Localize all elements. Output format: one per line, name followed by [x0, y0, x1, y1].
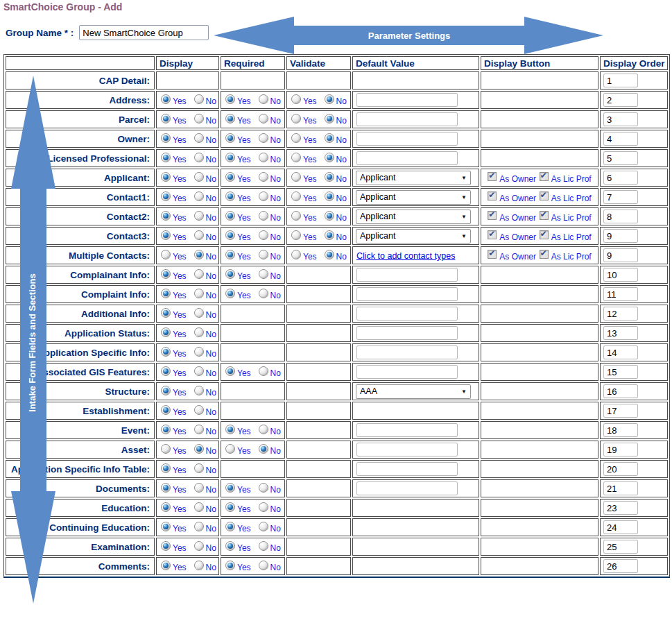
required-no-radio[interactable]	[259, 289, 268, 298]
display-order-input[interactable]	[603, 93, 638, 107]
display-yes-radio[interactable]	[161, 308, 171, 318]
display-yes-radio[interactable]	[161, 502, 171, 512]
display-order-input[interactable]	[603, 345, 638, 359]
display-no-radio[interactable]	[194, 502, 204, 512]
display-yes-radio[interactable]	[161, 425, 171, 434]
default-value-input[interactable]	[356, 132, 458, 146]
display-yes-radio[interactable]	[161, 483, 171, 493]
as-lic-prof-checkbox[interactable]	[540, 191, 549, 200]
default-value-input[interactable]	[356, 345, 458, 359]
validate-yes-radio[interactable]	[291, 153, 301, 162]
display-yes-radio[interactable]	[161, 133, 171, 143]
display-no-radio[interactable]	[194, 425, 204, 434]
display-no-radio[interactable]	[194, 483, 204, 493]
as-owner-checkbox[interactable]	[488, 230, 497, 239]
default-value-input[interactable]	[356, 307, 458, 321]
display-yes-radio[interactable]	[161, 94, 171, 104]
default-value-input[interactable]	[356, 287, 458, 301]
validate-no-radio[interactable]	[325, 172, 334, 182]
display-no-radio[interactable]	[194, 114, 204, 123]
display-yes-radio[interactable]	[161, 289, 171, 298]
as-owner-checkbox[interactable]	[488, 211, 497, 220]
display-order-input[interactable]	[603, 326, 638, 340]
display-yes-radio[interactable]	[161, 230, 171, 240]
display-order-input[interactable]	[603, 404, 638, 418]
display-yes-radio[interactable]	[161, 153, 171, 162]
display-yes-radio[interactable]	[161, 463, 171, 473]
default-value-select[interactable]: Applicant▼	[356, 210, 471, 224]
display-order-input[interactable]	[603, 132, 638, 146]
display-yes-radio[interactable]	[161, 114, 171, 123]
required-yes-radio[interactable]	[225, 250, 235, 259]
validate-yes-radio[interactable]	[291, 133, 301, 143]
display-no-radio[interactable]	[194, 211, 204, 221]
display-yes-radio[interactable]	[161, 269, 171, 279]
required-no-radio[interactable]	[259, 444, 268, 454]
display-no-radio[interactable]	[194, 366, 204, 376]
display-no-radio[interactable]	[194, 561, 204, 570]
display-order-input[interactable]	[603, 481, 638, 495]
display-order-input[interactable]	[603, 501, 638, 515]
add-contact-types-link[interactable]: Click to add contact types	[356, 251, 455, 261]
required-yes-radio[interactable]	[225, 230, 235, 240]
validate-yes-radio[interactable]	[291, 191, 301, 201]
required-no-radio[interactable]	[259, 94, 268, 104]
as-owner-checkbox[interactable]	[488, 172, 497, 181]
required-yes-radio[interactable]	[225, 444, 235, 454]
display-order-input[interactable]	[603, 365, 638, 379]
display-no-radio[interactable]	[194, 386, 204, 395]
validate-yes-radio[interactable]	[291, 250, 301, 259]
required-no-radio[interactable]	[259, 561, 268, 570]
required-yes-radio[interactable]	[225, 561, 235, 570]
as-lic-prof-checkbox[interactable]	[540, 211, 549, 220]
display-order-input[interactable]	[603, 307, 638, 321]
required-no-radio[interactable]	[259, 153, 268, 162]
display-order-input[interactable]	[603, 190, 638, 204]
required-no-radio[interactable]	[259, 250, 268, 259]
required-yes-radio[interactable]	[225, 366, 235, 376]
required-no-radio[interactable]	[259, 502, 268, 512]
display-yes-radio[interactable]	[161, 541, 171, 551]
display-order-input[interactable]	[603, 540, 638, 554]
display-no-radio[interactable]	[194, 230, 204, 240]
display-order-input[interactable]	[603, 210, 638, 223]
default-value-input[interactable]	[356, 443, 458, 456]
display-yes-radio[interactable]	[161, 211, 171, 221]
default-value-input[interactable]	[356, 423, 458, 437]
display-order-input[interactable]	[603, 268, 638, 282]
display-yes-radio[interactable]	[161, 444, 171, 454]
display-no-radio[interactable]	[194, 289, 204, 298]
default-value-input[interactable]	[356, 365, 458, 379]
validate-no-radio[interactable]	[325, 250, 334, 259]
display-no-radio[interactable]	[194, 94, 204, 104]
required-no-radio[interactable]	[259, 366, 268, 376]
required-no-radio[interactable]	[259, 191, 268, 201]
display-no-radio[interactable]	[194, 191, 204, 201]
display-order-input[interactable]	[603, 229, 638, 243]
required-yes-radio[interactable]	[225, 114, 235, 123]
required-yes-radio[interactable]	[225, 541, 235, 551]
display-order-input[interactable]	[603, 423, 638, 437]
validate-no-radio[interactable]	[325, 153, 334, 162]
default-value-input[interactable]	[356, 268, 458, 282]
default-value-input[interactable]	[356, 112, 458, 126]
display-yes-radio[interactable]	[161, 172, 171, 182]
required-no-radio[interactable]	[259, 483, 268, 493]
display-yes-radio[interactable]	[161, 366, 171, 376]
display-no-radio[interactable]	[194, 463, 204, 473]
display-no-radio[interactable]	[194, 347, 204, 357]
validate-no-radio[interactable]	[325, 211, 334, 221]
required-no-radio[interactable]	[259, 522, 268, 531]
required-no-radio[interactable]	[259, 114, 268, 123]
display-no-radio[interactable]	[194, 405, 204, 415]
required-no-radio[interactable]	[259, 172, 268, 182]
required-no-radio[interactable]	[259, 230, 268, 240]
required-no-radio[interactable]	[259, 269, 268, 279]
required-no-radio[interactable]	[259, 133, 268, 143]
validate-no-radio[interactable]	[325, 191, 334, 201]
display-order-input[interactable]	[603, 171, 638, 185]
required-no-radio[interactable]	[259, 425, 268, 434]
display-order-input[interactable]	[603, 559, 638, 573]
display-yes-radio[interactable]	[161, 327, 171, 337]
as-owner-checkbox[interactable]	[488, 191, 497, 200]
